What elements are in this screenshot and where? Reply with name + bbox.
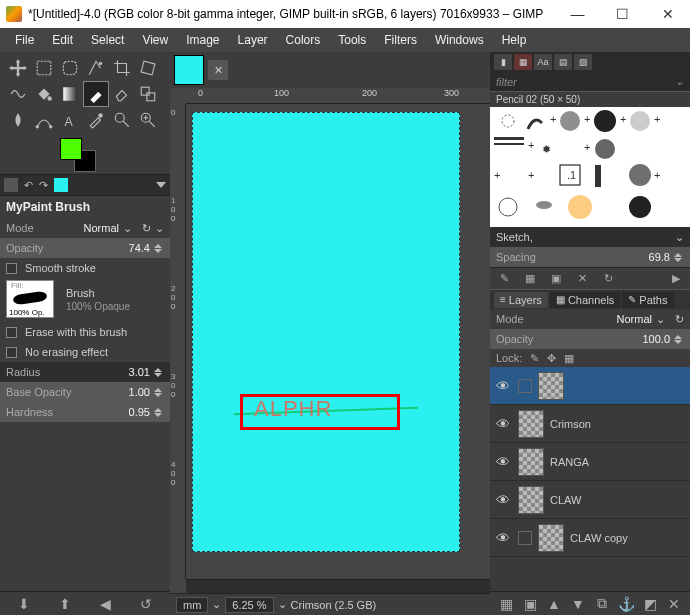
opacity-spinner[interactable]: [154, 244, 164, 253]
tool-mypaint-brush[interactable]: [84, 82, 108, 106]
mask-icon[interactable]: ◩: [641, 596, 659, 612]
image-thumbnail[interactable]: [174, 55, 204, 85]
menu-edit[interactable]: Edit: [43, 29, 82, 51]
layer-thumbnail[interactable]: [518, 486, 544, 514]
chevron-down-icon[interactable]: ⌄: [212, 598, 221, 611]
edit-brush-icon[interactable]: ✎: [496, 271, 512, 287]
visibility-icon[interactable]: 👁: [496, 492, 512, 508]
brush-preview[interactable]: Fill: 100% Op.: [6, 280, 54, 318]
spacing-spinner[interactable]: [674, 253, 684, 262]
menu-tools[interactable]: Tools: [329, 29, 375, 51]
chevron-down-icon[interactable]: ⌄: [278, 598, 287, 611]
zoom-select[interactable]: 6.25 %: [225, 597, 273, 613]
lock-pixels-icon[interactable]: ✎: [530, 352, 539, 365]
tab-brushes[interactable]: ▮: [494, 54, 512, 70]
redo-icon[interactable]: ↷: [39, 179, 48, 192]
menu-select[interactable]: Select: [82, 29, 133, 51]
switch-icon[interactable]: ↻: [675, 313, 684, 326]
lock-position-icon[interactable]: ✥: [547, 352, 556, 365]
layer-item[interactable]: 👁 CLAW copy: [490, 519, 690, 557]
layer-item[interactable]: 👁: [490, 367, 690, 405]
tab-menu-icon[interactable]: [156, 182, 166, 188]
tool-text[interactable]: A: [58, 108, 82, 132]
tool-measure[interactable]: [110, 108, 134, 132]
tool-fuzzy-select[interactable]: [84, 56, 108, 80]
restore-preset-icon[interactable]: ⬆: [56, 596, 74, 612]
delete-preset-icon[interactable]: ◀: [96, 596, 114, 612]
visibility-icon[interactable]: 👁: [496, 416, 512, 432]
menu-colors[interactable]: Colors: [277, 29, 330, 51]
tab-patterns[interactable]: ▦: [514, 54, 532, 70]
layer-thumbnail[interactable]: [518, 448, 544, 476]
tool-bucket[interactable]: [32, 82, 56, 106]
tab-gradient[interactable]: ▧: [574, 54, 592, 70]
scrollbar-horizontal[interactable]: [186, 579, 490, 593]
new-layer-icon[interactable]: ▦: [497, 596, 515, 612]
layer-name[interactable]: Crimson: [550, 418, 591, 430]
close-image-icon[interactable]: ✕: [208, 60, 228, 80]
menu-help[interactable]: Help: [493, 29, 536, 51]
visibility-icon[interactable]: 👁: [496, 454, 512, 470]
tool-crop[interactable]: [110, 56, 134, 80]
tool-path[interactable]: [32, 108, 56, 132]
new-brush-icon[interactable]: ▦: [522, 271, 538, 287]
close-button[interactable]: ✕: [645, 0, 690, 28]
layer-item[interactable]: 👁 Crimson: [490, 405, 690, 443]
brush-grid[interactable]: + + + + + ✹ + .1 + + +: [490, 107, 690, 227]
tool-gradient[interactable]: [58, 82, 82, 106]
reset-icon[interactable]: ↻: [142, 222, 151, 235]
chevron-down-icon[interactable]: ⌄: [675, 231, 684, 244]
layer-name[interactable]: RANGA: [550, 456, 589, 468]
layer-mode-value[interactable]: Normal: [617, 313, 652, 325]
tool-warp[interactable]: [6, 82, 30, 106]
menu-file[interactable]: File: [6, 29, 43, 51]
layer-thumbnail[interactable]: [518, 410, 544, 438]
link-box[interactable]: [518, 379, 532, 393]
tab-tool-options[interactable]: [4, 178, 18, 192]
color-swatches[interactable]: [60, 138, 104, 174]
new-group-icon[interactable]: ▣: [521, 596, 539, 612]
chevron-down-icon[interactable]: ⌄: [656, 313, 665, 326]
refresh-brush-icon[interactable]: ↻: [600, 271, 616, 287]
duplicate-layer-icon[interactable]: ⧉: [593, 595, 611, 612]
undo-history-icon[interactable]: ↶: [24, 179, 33, 192]
tool-color-picker[interactable]: [84, 108, 108, 132]
save-preset-icon[interactable]: ⬇: [15, 596, 33, 612]
menu-image[interactable]: Image: [177, 29, 228, 51]
lower-layer-icon[interactable]: ▼: [569, 596, 587, 612]
smooth-stroke-checkbox[interactable]: [6, 263, 17, 274]
canvas-page[interactable]: [192, 112, 460, 552]
radius-spinner[interactable]: [154, 368, 164, 377]
tab-channels[interactable]: ▦Channels: [550, 292, 620, 308]
tab-layers[interactable]: ≡Layers: [494, 292, 548, 308]
tab-paths[interactable]: ✎Paths: [622, 292, 673, 308]
hardness-value[interactable]: 0.95: [129, 406, 150, 418]
layer-thumbnail[interactable]: [538, 524, 564, 552]
opacity-value[interactable]: 74.4: [129, 242, 150, 254]
hardness-spinner[interactable]: [154, 408, 164, 417]
tool-rect-select[interactable]: [32, 56, 56, 80]
layer-item[interactable]: 👁 CLAW: [490, 481, 690, 519]
minimize-button[interactable]: —: [555, 0, 600, 28]
layer-opacity-spinner[interactable]: [674, 335, 684, 344]
tool-rotate[interactable]: [136, 56, 160, 80]
maximize-button[interactable]: ☐: [600, 0, 645, 28]
tool-clone[interactable]: [136, 82, 160, 106]
erase-checkbox[interactable]: [6, 327, 17, 338]
lock-alpha-icon[interactable]: ▦: [564, 352, 574, 365]
layers-list[interactable]: 👁 👁 Crimson 👁 RANGA 👁 CLAW 👁 CLAW copy: [490, 367, 690, 591]
mode-value[interactable]: Normal: [84, 222, 119, 234]
tool-free-select[interactable]: [58, 56, 82, 80]
canvas[interactable]: ALPHR: [186, 104, 490, 579]
menu-view[interactable]: View: [133, 29, 177, 51]
chevron-down-icon[interactable]: ⌄: [123, 222, 132, 235]
spacing-value[interactable]: 69.8: [649, 251, 670, 263]
delete-layer-icon[interactable]: ✕: [665, 596, 683, 612]
chevron-down-icon[interactable]: ⌄: [155, 222, 164, 235]
brush-sel-label[interactable]: Sketch,: [496, 231, 533, 243]
baseop-spinner[interactable]: [154, 388, 164, 397]
tab-fonts[interactable]: Aa: [534, 54, 552, 70]
visibility-icon[interactable]: 👁: [496, 530, 512, 546]
tool-zoom[interactable]: [136, 108, 160, 132]
chevron-down-icon[interactable]: ⌄: [675, 75, 684, 88]
